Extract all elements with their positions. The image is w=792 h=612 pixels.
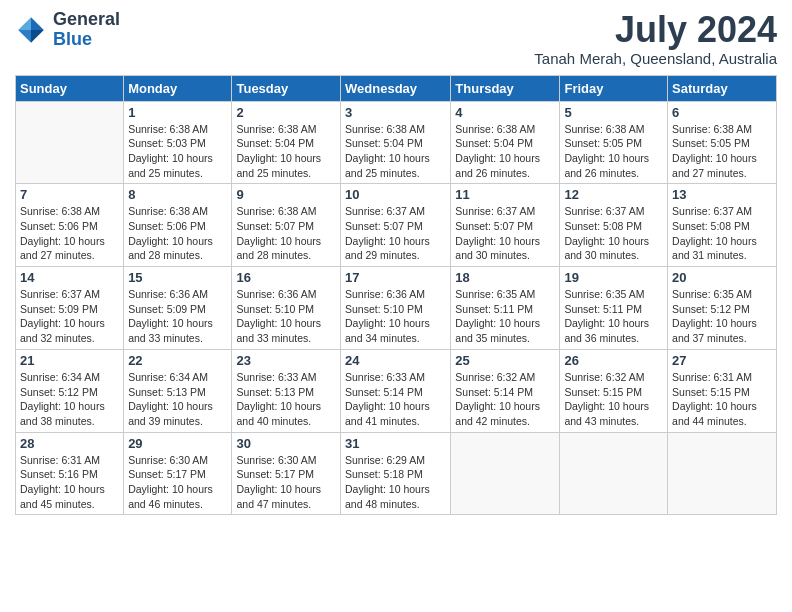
logo-icon — [15, 14, 47, 46]
day-number: 21 — [20, 353, 119, 368]
svg-marker-2 — [18, 17, 31, 30]
calendar-week-row: 14Sunrise: 6:37 AMSunset: 5:09 PMDayligh… — [16, 267, 777, 350]
day-number: 22 — [128, 353, 227, 368]
day-info: Sunrise: 6:38 AMSunset: 5:05 PMDaylight:… — [564, 122, 663, 181]
table-row: 14Sunrise: 6:37 AMSunset: 5:09 PMDayligh… — [16, 267, 124, 350]
svg-marker-3 — [18, 30, 31, 43]
day-number: 11 — [455, 187, 555, 202]
day-number: 25 — [455, 353, 555, 368]
table-row: 9Sunrise: 6:38 AMSunset: 5:07 PMDaylight… — [232, 184, 341, 267]
day-number: 2 — [236, 105, 336, 120]
day-info: Sunrise: 6:37 AMSunset: 5:08 PMDaylight:… — [672, 204, 772, 263]
day-info: Sunrise: 6:33 AMSunset: 5:13 PMDaylight:… — [236, 370, 336, 429]
day-info: Sunrise: 6:37 AMSunset: 5:08 PMDaylight:… — [564, 204, 663, 263]
title-section: July 2024 Tanah Merah, Queensland, Austr… — [534, 10, 777, 67]
table-row: 11Sunrise: 6:37 AMSunset: 5:07 PMDayligh… — [451, 184, 560, 267]
header-monday: Monday — [124, 75, 232, 101]
table-row: 27Sunrise: 6:31 AMSunset: 5:15 PMDayligh… — [668, 349, 777, 432]
table-row — [560, 432, 668, 515]
day-info: Sunrise: 6:35 AMSunset: 5:11 PMDaylight:… — [564, 287, 663, 346]
location-title: Tanah Merah, Queensland, Australia — [534, 50, 777, 67]
header-saturday: Saturday — [668, 75, 777, 101]
day-number: 8 — [128, 187, 227, 202]
svg-marker-0 — [31, 17, 44, 30]
calendar-table: Sunday Monday Tuesday Wednesday Thursday… — [15, 75, 777, 516]
logo-general-text: General — [53, 10, 120, 30]
day-number: 31 — [345, 436, 446, 451]
table-row: 16Sunrise: 6:36 AMSunset: 5:10 PMDayligh… — [232, 267, 341, 350]
table-row — [668, 432, 777, 515]
day-info: Sunrise: 6:38 AMSunset: 5:04 PMDaylight:… — [236, 122, 336, 181]
day-info: Sunrise: 6:32 AMSunset: 5:15 PMDaylight:… — [564, 370, 663, 429]
table-row: 17Sunrise: 6:36 AMSunset: 5:10 PMDayligh… — [341, 267, 451, 350]
day-info: Sunrise: 6:33 AMSunset: 5:14 PMDaylight:… — [345, 370, 446, 429]
day-number: 26 — [564, 353, 663, 368]
day-number: 3 — [345, 105, 446, 120]
day-number: 23 — [236, 353, 336, 368]
day-number: 29 — [128, 436, 227, 451]
day-number: 19 — [564, 270, 663, 285]
logo: General Blue — [15, 10, 120, 50]
day-number: 9 — [236, 187, 336, 202]
table-row — [16, 101, 124, 184]
table-row: 29Sunrise: 6:30 AMSunset: 5:17 PMDayligh… — [124, 432, 232, 515]
table-row: 15Sunrise: 6:36 AMSunset: 5:09 PMDayligh… — [124, 267, 232, 350]
table-row: 23Sunrise: 6:33 AMSunset: 5:13 PMDayligh… — [232, 349, 341, 432]
table-row: 31Sunrise: 6:29 AMSunset: 5:18 PMDayligh… — [341, 432, 451, 515]
day-info: Sunrise: 6:35 AMSunset: 5:11 PMDaylight:… — [455, 287, 555, 346]
day-info: Sunrise: 6:38 AMSunset: 5:06 PMDaylight:… — [20, 204, 119, 263]
day-number: 4 — [455, 105, 555, 120]
day-info: Sunrise: 6:32 AMSunset: 5:14 PMDaylight:… — [455, 370, 555, 429]
calendar-header-row: Sunday Monday Tuesday Wednesday Thursday… — [16, 75, 777, 101]
table-row: 21Sunrise: 6:34 AMSunset: 5:12 PMDayligh… — [16, 349, 124, 432]
table-row: 5Sunrise: 6:38 AMSunset: 5:05 PMDaylight… — [560, 101, 668, 184]
day-info: Sunrise: 6:30 AMSunset: 5:17 PMDaylight:… — [236, 453, 336, 512]
day-info: Sunrise: 6:31 AMSunset: 5:15 PMDaylight:… — [672, 370, 772, 429]
day-info: Sunrise: 6:38 AMSunset: 5:04 PMDaylight:… — [455, 122, 555, 181]
day-number: 20 — [672, 270, 772, 285]
day-number: 24 — [345, 353, 446, 368]
table-row: 25Sunrise: 6:32 AMSunset: 5:14 PMDayligh… — [451, 349, 560, 432]
day-info: Sunrise: 6:31 AMSunset: 5:16 PMDaylight:… — [20, 453, 119, 512]
table-row: 6Sunrise: 6:38 AMSunset: 5:05 PMDaylight… — [668, 101, 777, 184]
day-info: Sunrise: 6:37 AMSunset: 5:09 PMDaylight:… — [20, 287, 119, 346]
header-friday: Friday — [560, 75, 668, 101]
day-number: 14 — [20, 270, 119, 285]
calendar-week-row: 1Sunrise: 6:38 AMSunset: 5:03 PMDaylight… — [16, 101, 777, 184]
day-info: Sunrise: 6:35 AMSunset: 5:12 PMDaylight:… — [672, 287, 772, 346]
day-number: 12 — [564, 187, 663, 202]
header-thursday: Thursday — [451, 75, 560, 101]
day-info: Sunrise: 6:36 AMSunset: 5:10 PMDaylight:… — [345, 287, 446, 346]
header-wednesday: Wednesday — [341, 75, 451, 101]
table-row: 20Sunrise: 6:35 AMSunset: 5:12 PMDayligh… — [668, 267, 777, 350]
logo-blue-text: Blue — [53, 30, 120, 50]
header: General Blue July 2024 Tanah Merah, Quee… — [15, 10, 777, 67]
day-number: 17 — [345, 270, 446, 285]
table-row: 30Sunrise: 6:30 AMSunset: 5:17 PMDayligh… — [232, 432, 341, 515]
svg-marker-1 — [31, 30, 44, 43]
day-number: 5 — [564, 105, 663, 120]
month-title: July 2024 — [534, 10, 777, 50]
table-row: 13Sunrise: 6:37 AMSunset: 5:08 PMDayligh… — [668, 184, 777, 267]
table-row: 7Sunrise: 6:38 AMSunset: 5:06 PMDaylight… — [16, 184, 124, 267]
table-row: 26Sunrise: 6:32 AMSunset: 5:15 PMDayligh… — [560, 349, 668, 432]
day-number: 27 — [672, 353, 772, 368]
table-row: 4Sunrise: 6:38 AMSunset: 5:04 PMDaylight… — [451, 101, 560, 184]
day-number: 28 — [20, 436, 119, 451]
day-number: 30 — [236, 436, 336, 451]
day-info: Sunrise: 6:36 AMSunset: 5:09 PMDaylight:… — [128, 287, 227, 346]
day-info: Sunrise: 6:34 AMSunset: 5:13 PMDaylight:… — [128, 370, 227, 429]
header-sunday: Sunday — [16, 75, 124, 101]
header-tuesday: Tuesday — [232, 75, 341, 101]
table-row: 12Sunrise: 6:37 AMSunset: 5:08 PMDayligh… — [560, 184, 668, 267]
table-row: 10Sunrise: 6:37 AMSunset: 5:07 PMDayligh… — [341, 184, 451, 267]
table-row: 3Sunrise: 6:38 AMSunset: 5:04 PMDaylight… — [341, 101, 451, 184]
day-info: Sunrise: 6:37 AMSunset: 5:07 PMDaylight:… — [455, 204, 555, 263]
day-info: Sunrise: 6:37 AMSunset: 5:07 PMDaylight:… — [345, 204, 446, 263]
table-row: 24Sunrise: 6:33 AMSunset: 5:14 PMDayligh… — [341, 349, 451, 432]
day-number: 13 — [672, 187, 772, 202]
day-number: 1 — [128, 105, 227, 120]
table-row: 2Sunrise: 6:38 AMSunset: 5:04 PMDaylight… — [232, 101, 341, 184]
day-info: Sunrise: 6:38 AMSunset: 5:07 PMDaylight:… — [236, 204, 336, 263]
day-info: Sunrise: 6:36 AMSunset: 5:10 PMDaylight:… — [236, 287, 336, 346]
